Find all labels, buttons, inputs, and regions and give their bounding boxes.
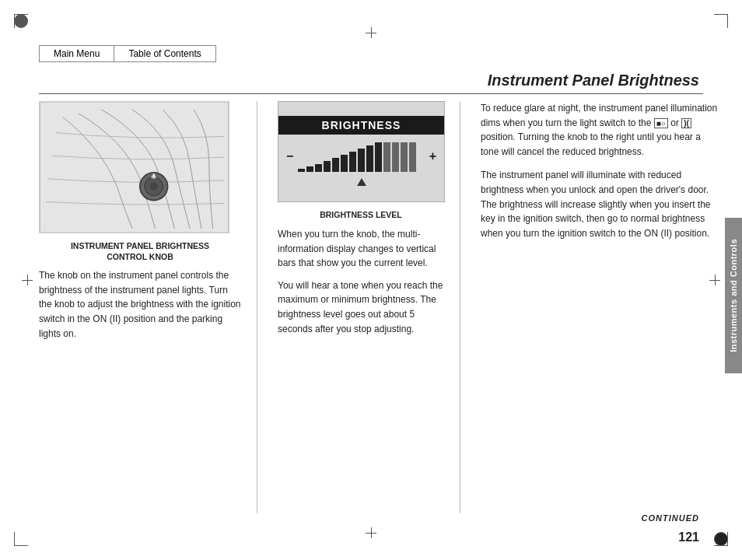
bars-container: [298, 141, 424, 172]
side-tab-label: Instruments and Controls: [729, 239, 738, 352]
page-title: Instrument Panel Brightness: [488, 72, 699, 89]
brightness-title: BRIGHTNESS: [278, 116, 444, 135]
crosshair-bottom: [366, 527, 376, 538]
bar-segment-1: [306, 166, 313, 172]
svg-point-3: [150, 183, 158, 191]
column-2: BRIGHTNESS − + BRIGHTNESS LEVEL When you…: [265, 101, 460, 513]
col2-para1: When you turn the knob, the multi-inform…: [278, 227, 444, 271]
bar-segment-13: [409, 142, 416, 172]
col3-para1: To reduce glare at night, the instrument…: [481, 101, 719, 159]
col1-body: The knob on the instrument panel control…: [39, 268, 241, 341]
continued-label: CONTINUED: [642, 513, 699, 523]
bar-segment-5: [341, 155, 348, 172]
column-3: To reduce glare at night, the instrument…: [468, 101, 719, 513]
bar-segment-8: [366, 145, 373, 172]
brightness-bar-area: − +: [278, 138, 444, 175]
bar-segment-7: [358, 149, 365, 172]
corner-tr: [714, 14, 728, 28]
bar-segment-11: [392, 142, 399, 172]
col3-para2: The instrument panel will illuminate wit…: [481, 168, 719, 240]
col2-body: When you turn the knob, the multi-inform…: [278, 227, 444, 336]
column-1: INSTRUMENT PANEL BRIGHTNESS CONTROL KNOB…: [39, 101, 257, 513]
bar-segment-0: [298, 169, 305, 172]
bar-plus: +: [429, 149, 436, 163]
crosshair-top: [366, 27, 376, 38]
svg-marker-7: [357, 178, 366, 186]
columns: INSTRUMENT PANEL BRIGHTNESS CONTROL KNOB…: [39, 101, 719, 513]
crosshair-left: [22, 275, 33, 285]
bar-segment-4: [332, 158, 339, 172]
bar-segment-9: [375, 142, 382, 172]
bar-segment-3: [324, 161, 331, 172]
content-area: INSTRUMENT PANEL BRIGHTNESS CONTROL KNOB…: [39, 101, 719, 513]
bar-segment-2: [315, 164, 322, 172]
corner-bl: [14, 532, 28, 546]
col2-col3-divider: [460, 101, 460, 513]
col2-para2: You will hear a tone when you reach the …: [278, 278, 444, 336]
main-menu-button[interactable]: Main Menu: [39, 45, 114, 62]
col1-caption: INSTRUMENT PANEL BRIGHTNESS CONTROL KNOB: [39, 241, 241, 262]
bar-segment-12: [401, 142, 408, 172]
bar-segment-6: [349, 152, 356, 172]
col3-body: To reduce glare at night, the instrument…: [481, 101, 719, 240]
title-rule: [39, 93, 703, 94]
table-of-contents-button[interactable]: Table of Contents: [114, 45, 215, 62]
circle-tl: [14, 14, 28, 28]
knob-image: [39, 101, 229, 233]
circle-br: [714, 532, 728, 546]
nav-bar: Main Menu Table of Contents: [39, 45, 216, 62]
side-tab: Instruments and Controls: [725, 218, 742, 373]
bar-minus: −: [286, 149, 293, 163]
bar-segment-10: [383, 142, 390, 172]
brightness-level-label: BRIGHTNESS LEVEL: [278, 210, 444, 219]
page-number: 121: [678, 530, 699, 544]
col1-col2-divider: [257, 101, 257, 513]
brightness-display: BRIGHTNESS − +: [278, 101, 445, 202]
